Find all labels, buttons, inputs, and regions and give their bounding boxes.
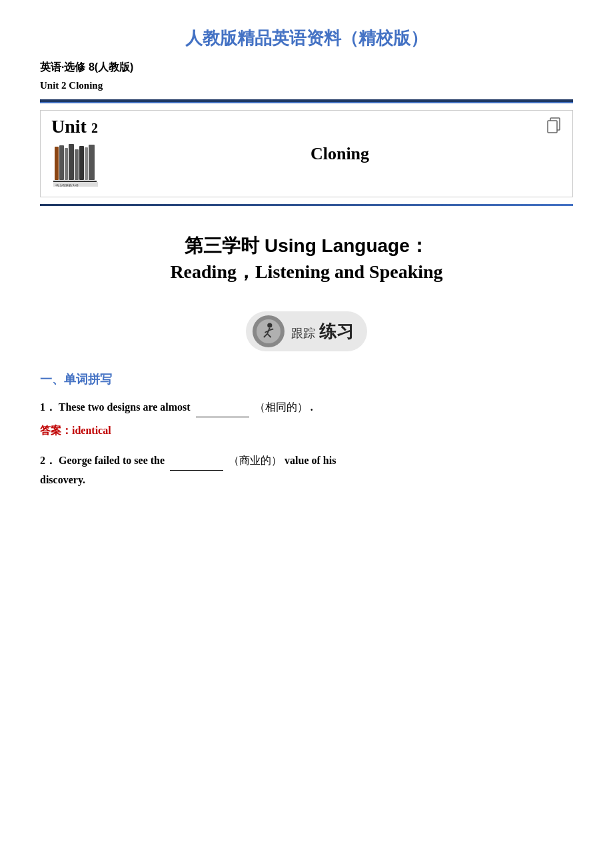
unit-banner-left: Unit 2 书山有路勤为径 — [51, 117, 105, 190]
unit-banner-center: Cloning — [118, 144, 562, 164]
practice-text-main: 练习 — [319, 322, 354, 341]
unit-number: Unit 2 — [51, 117, 98, 136]
practice-text-prefix: 跟踪 练习 — [291, 320, 354, 343]
svg-rect-7 — [89, 145, 95, 180]
svg-rect-3 — [69, 144, 74, 180]
svg-point-14 — [267, 323, 272, 328]
main-title: 人教版精品英语资料（精校版） — [40, 27, 573, 50]
answer-1: 答案：identical — [40, 424, 573, 438]
svg-text:书山有路勤为径: 书山有路勤为径 — [55, 183, 79, 187]
section-heading-line1: 第三学时 Using Language： — [40, 233, 573, 259]
blank-1 — [196, 417, 249, 417]
practice-badge: 跟踪 练习 — [40, 311, 573, 351]
page-container: 人教版精品英语资料（精校版） 英语·选修 8(人教版) Unit 2 Cloni… — [0, 0, 613, 868]
svg-rect-12 — [548, 121, 557, 133]
exercise-text-1: 1． These two designs are almost （相同的） . — [40, 398, 573, 417]
cloning-title: Cloning — [118, 144, 562, 164]
svg-rect-4 — [75, 149, 79, 180]
practice-badge-inner: 跟踪 练习 — [246, 311, 367, 351]
copy-icon — [546, 117, 562, 133]
section-title-1: 一、单词拼写 — [40, 371, 573, 387]
section-heading: 第三学时 Using Language： Reading，Listening a… — [40, 233, 573, 285]
svg-rect-0 — [55, 147, 59, 180]
blank-2 — [170, 470, 223, 471]
divider-blue — [40, 102, 573, 103]
exercise-section-1: 一、单词拼写 1． These two designs are almost （… — [40, 371, 573, 489]
svg-rect-6 — [85, 147, 88, 180]
svg-rect-1 — [59, 145, 64, 180]
section-heading-line2: Reading，Listening and Speaking — [40, 259, 573, 285]
subtitle: 英语·选修 8(人教版) — [40, 61, 573, 75]
unit-label: Unit 2 Cloning — [40, 80, 573, 91]
unit-banner: Unit 2 书山有路勤为径 — [40, 110, 573, 197]
divider-banner-bottom — [40, 204, 573, 206]
svg-rect-2 — [65, 148, 68, 180]
exercise-text-2b: discovery. — [40, 471, 573, 490]
book-stack-image: 书山有路勤为径 — [51, 140, 105, 190]
exercise-item-2: 2． George failed to see the （商业的） value … — [40, 451, 573, 490]
svg-rect-5 — [79, 146, 84, 180]
exercise-text-2: 2． George failed to see the （商业的） value … — [40, 451, 573, 471]
exercise-item-1: 1． These two designs are almost （相同的） . … — [40, 398, 573, 438]
practice-icon — [253, 315, 285, 347]
